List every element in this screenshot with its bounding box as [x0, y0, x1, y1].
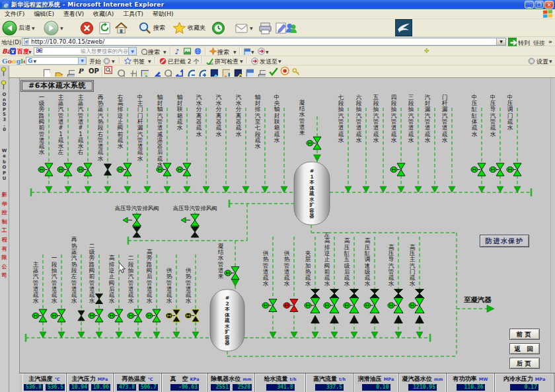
google-sendto-caret-icon[interactable]: ▼ [278, 59, 281, 63]
address-input[interactable]: ehttp://10.70.40.15/zweb/▼ [22, 38, 506, 46]
pushpin-icon[interactable] [1, 67, 7, 77]
nav-button-prev[interactable]: 前页 [509, 329, 540, 340]
op-tool[interactable]: OP [89, 67, 99, 75]
valve-icon[interactable] [133, 214, 141, 226]
baidu-input-caret-icon[interactable]: ▼ [128, 48, 136, 55]
baidu-mp3-icon[interactable]: ♪ [174, 48, 181, 56]
baidu-tool2-caret-icon[interactable]: ▼ [266, 50, 269, 54]
status-unit: MW [479, 377, 488, 382]
baidu-flower-icon[interactable] [424, 48, 430, 56]
svg-text:e: e [3, 1, 9, 9]
menu-item-3[interactable]: 收藏(A) [89, 11, 118, 17]
status-unit: ℃ [55, 377, 60, 382]
svg-text:Google: Google [2, 58, 25, 65]
google-bookmarks-caret-icon[interactable]: ▼ [148, 59, 151, 63]
xinhua-logo-button[interactable] [395, 19, 412, 36]
water-protection-button[interactable]: 防进水保护 [480, 235, 529, 247]
valve-icon[interactable] [350, 290, 359, 298]
menu-item-2[interactable]: 查看(V) [59, 11, 89, 17]
pipe-label: 供热管道疏水 [166, 267, 172, 305]
baidu-image-icon[interactable] [184, 48, 191, 56]
messenger-button[interactable] [285, 19, 298, 36]
status-value: 1210.95 [408, 384, 437, 391]
status-label: 给水流量 [264, 375, 287, 382]
google-settings-caret-icon[interactable]: ▼ [549, 59, 552, 63]
google-spellcheck-caret-icon[interactable]: ▼ [240, 59, 243, 63]
baidu-dropdown-caret-icon[interactable]: ▼ [28, 50, 32, 54]
record-icon[interactable] [280, 66, 290, 79]
google-g-caret-icon: ▼ [33, 59, 36, 63]
google-search-input[interactable]: G▼▼ [26, 57, 87, 65]
valve-icon[interactable] [330, 290, 339, 298]
status-value: 110.36 [457, 384, 485, 391]
baidu-logo-cn[interactable]: 百度 [17, 48, 29, 56]
minimize-button[interactable]: _ [525, 1, 534, 9]
baidu-tool2-icon[interactable] [258, 48, 265, 56]
valve-icon[interactable] [133, 227, 141, 237]
status-bar: 主汽温度 ℃536.8536.5主汽压力 MPa10.9410.96再热温度 ℃… [19, 373, 555, 392]
forward-button[interactable]: ▼ [44, 19, 63, 36]
nav-button-next[interactable]: 后页 [509, 358, 540, 369]
pipe-label: 再热蒸汽热段左管道疏水 [71, 236, 77, 304]
p-tool[interactable]: P [78, 67, 83, 75]
valve-icon[interactable] [371, 290, 379, 298]
favorites-button[interactable]: 收藏夹 [172, 19, 205, 36]
menu-item-1[interactable]: 编辑(E) [29, 11, 59, 17]
baidu-search-input[interactable]: 输入想要搜索的内容▼ [34, 47, 137, 56]
mail-button[interactable]: ▼ [235, 19, 253, 36]
back-button[interactable]: 后退▼ [2, 19, 35, 36]
menu-item-4[interactable]: 工具(T) [118, 11, 148, 17]
baidu-search2-caret-icon[interactable]: ▼ [233, 50, 237, 54]
confirm-icon[interactable] [268, 66, 279, 79]
flow-arrow-icon [281, 186, 287, 192]
baidu-paw-icon[interactable] [10, 48, 17, 56]
flow-arrow-icon [331, 332, 338, 338]
baidu-tool-icon[interactable] [243, 48, 250, 56]
valve-icon[interactable] [416, 290, 424, 298]
baidu-tieba-icon[interactable] [194, 48, 202, 56]
flow-arrow-icon [262, 186, 268, 192]
status-value: 536.5 [46, 384, 65, 391]
baidu-hot-icon[interactable] [209, 48, 217, 56]
baidu-tool-caret-icon[interactable]: ▼ [251, 50, 254, 54]
status-cell-3: 真 空 KPa-96.63 [162, 373, 208, 392]
address-dropdown-icon[interactable]: ▼ [496, 38, 505, 45]
pipe-label: 高压缸五级后疏水 [344, 237, 350, 287]
valve-icon[interactable] [311, 290, 320, 298]
valve-icon[interactable] [394, 290, 403, 298]
baidu-search-caret-icon[interactable]: ▼ [163, 50, 166, 54]
stop-button[interactable] [80, 19, 94, 36]
valve-icon[interactable] [104, 164, 112, 175]
dropdown-caret-icon[interactable]: ▼ [60, 26, 63, 30]
dropdown-caret-icon[interactable]: ▼ [250, 26, 253, 30]
status-label: 真 空 [170, 375, 188, 382]
flow-arrow-icon [330, 315, 339, 323]
valve-icon[interactable] [96, 294, 103, 304]
search-button[interactable]: 搜索 [138, 19, 165, 36]
status-cell-8: 凝汽器水位 mm1210.95 [399, 373, 447, 392]
valve-icon[interactable] [191, 227, 199, 237]
status-unit: MPa [98, 377, 108, 382]
baidu-search-icon[interactable] [140, 48, 147, 56]
dropdown-caret-icon[interactable]: ▼ [32, 26, 35, 30]
nav-button-return[interactable]: 返 回 [509, 343, 540, 354]
key-icon[interactable] [292, 67, 301, 79]
menu-item-0[interactable]: 文件(F) [0, 11, 29, 17]
google-logo[interactable]: Google [2, 57, 25, 65]
close-button[interactable]: × [544, 1, 554, 9]
google-input-caret-icon[interactable]: ▼ [78, 58, 86, 64]
menu-item-5[interactable]: 帮助(H) [148, 11, 178, 17]
vent-arrow-icon [181, 217, 186, 223]
valve-icon[interactable] [191, 214, 200, 226]
links-chevron-icon[interactable]: » [548, 38, 552, 45]
home-button[interactable] [114, 19, 128, 36]
print-button[interactable] [258, 19, 272, 36]
history-button[interactable] [211, 19, 225, 36]
flow-arrow-icon [223, 186, 229, 192]
refresh-button[interactable] [98, 19, 112, 36]
google-start-caret-icon[interactable]: ▼ [112, 59, 115, 63]
zoom-select-icon[interactable] [104, 66, 115, 79]
valve-icon[interactable] [78, 311, 85, 321]
pushpin-icon[interactable] [1, 80, 7, 90]
maximize-button[interactable]: ❐ [535, 1, 544, 9]
